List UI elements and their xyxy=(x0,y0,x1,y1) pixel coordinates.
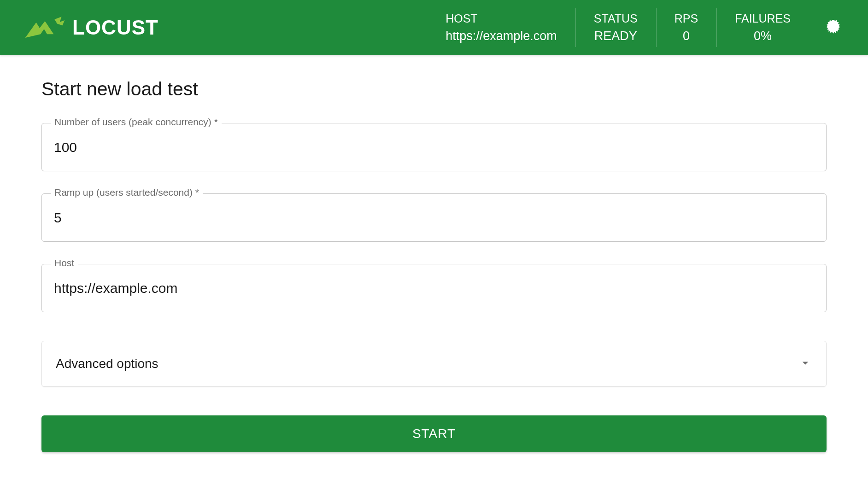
chevron-down-icon xyxy=(798,356,812,372)
locust-icon xyxy=(23,15,67,41)
ramp-label: Ramp up (users started/second) * xyxy=(51,187,203,198)
stat-status: STATUS READY xyxy=(575,0,656,55)
field-users: Number of users (peak concurrency) * xyxy=(41,123,827,171)
page-title: Start new load test xyxy=(41,78,827,100)
host-input[interactable] xyxy=(41,264,827,312)
users-label: Number of users (peak concurrency) * xyxy=(51,117,222,128)
stat-failures: FAILURES 0% xyxy=(716,0,809,55)
stat-rps-value: 0 xyxy=(683,29,690,43)
host-label: Host xyxy=(51,257,78,269)
stat-status-label: STATUS xyxy=(594,12,638,25)
main-content: Start new load test Number of users (pea… xyxy=(0,55,868,475)
stat-rps-label: RPS xyxy=(674,12,698,25)
stat-failures-label: FAILURES xyxy=(735,12,791,25)
theme-toggle-button[interactable] xyxy=(823,17,845,39)
field-host: Host xyxy=(41,264,827,312)
stat-status-value: READY xyxy=(594,29,637,43)
logo[interactable]: LOCUST xyxy=(23,15,158,41)
field-ramp: Ramp up (users started/second) * xyxy=(41,193,827,242)
stat-host-label: HOST xyxy=(446,12,477,25)
brand-text: LOCUST xyxy=(72,16,158,39)
stat-host-value: https://example.com xyxy=(446,29,557,43)
ramp-input[interactable] xyxy=(41,193,827,242)
header-stats: HOST https://example.com STATUS READY RP… xyxy=(427,0,809,55)
users-input[interactable] xyxy=(41,123,827,171)
stat-failures-value: 0% xyxy=(754,29,772,43)
advanced-options-accordion[interactable]: Advanced options xyxy=(41,341,827,387)
stat-host: HOST https://example.com xyxy=(427,0,575,55)
stat-rps: RPS 0 xyxy=(656,0,716,55)
brightness-icon xyxy=(826,18,842,37)
accordion-label: Advanced options xyxy=(56,356,158,371)
start-button[interactable]: START xyxy=(41,415,827,452)
app-header: LOCUST HOST https://example.com STATUS R… xyxy=(0,0,868,55)
